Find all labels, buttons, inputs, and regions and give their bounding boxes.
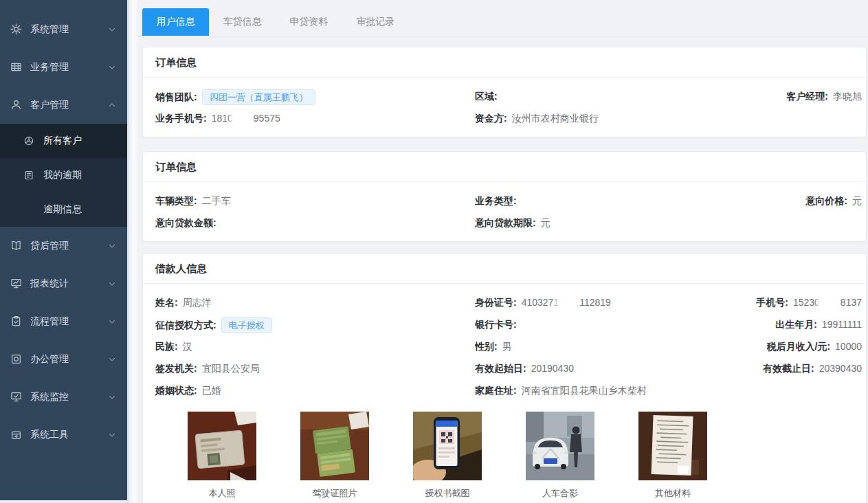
field-row: 车辆类型二手车业务类型意向价格元: [155, 190, 862, 212]
photo-caption: 其他材料: [638, 487, 707, 500]
card-borrower-info: 借款人信息 姓名周志洋身份证号4103271112819手机号152308137…: [142, 253, 867, 503]
user-icon: [10, 99, 22, 111]
sidebar-item-label: 我的逾期: [43, 169, 82, 181]
blur-mask: [559, 297, 579, 307]
chevron-down-icon: [108, 431, 116, 439]
sidebar-item-label: 报表统计: [30, 278, 108, 290]
field-value: 汝州市农村商业银行: [512, 113, 599, 124]
field-label: 签发机关: [155, 363, 202, 374]
field-value: 19911111: [822, 319, 862, 330]
field-label: 意向价格: [805, 195, 852, 206]
monitor-icon: [10, 391, 22, 403]
person-car-photo[interactable]: 人车合影: [526, 412, 594, 500]
chevron-down-icon: [108, 393, 116, 401]
field-row: 销售团队四团一营（直属王鹏飞）区域客户经理李晓旭: [155, 86, 862, 108]
sidebar-item-business-mgmt[interactable]: 业务管理: [0, 48, 127, 86]
authorization-screenshot[interactable]: 授权书截图: [413, 412, 482, 500]
chevron-down-icon: [108, 63, 116, 71]
card-body: 姓名周志洋身份证号4103271112819手机号152308137征信授权方式…: [143, 284, 866, 503]
field-value: 元: [541, 217, 550, 228]
tab-bar: 用户信息车贷信息申贷资料审批记录: [137, 0, 868, 36]
sidebar-item-label: 客户管理: [30, 99, 108, 111]
tab-approval-records[interactable]: 审批记录: [342, 8, 409, 36]
field-ethnicity: 民族汉: [155, 341, 475, 353]
field-row: 业务手机号181095575资金方汝州市农村商业银行: [155, 108, 862, 130]
photo-thumbnail[interactable]: [300, 412, 369, 480]
chevron-down-icon: [108, 280, 116, 288]
tab-loan-application-docs[interactable]: 申贷资料: [276, 8, 342, 36]
field-row: 民族汉性别男税后月收入/元10000: [155, 336, 862, 358]
photo-caption: 授权书截图: [413, 487, 482, 500]
field-region: 区域: [475, 91, 786, 103]
field-gender: 性别男: [475, 341, 767, 353]
square-circle-icon: [10, 353, 22, 366]
field-value: 4103271112819: [522, 297, 611, 308]
card-order-info-1: 订单信息 销售团队四团一营（直属王鹏飞）区域客户经理李晓旭业务手机号181095…: [142, 47, 867, 137]
photo-thumbnail[interactable]: [638, 412, 707, 480]
field-monthly-income: 税后月收入/元10000: [767, 341, 863, 353]
other-material-photo[interactable]: 其他材料: [638, 412, 707, 500]
field-row: 签发机关宜阳县公安局有效起始日20190430有效截止日20390430: [155, 358, 862, 380]
field-birth-date: 出生年月19911111: [775, 319, 862, 331]
field-label: 客户经理: [786, 91, 833, 102]
chevron-down-icon: [108, 242, 116, 250]
field-mobile: 手机号152308137: [756, 297, 862, 309]
sidebar-item-all-customers[interactable]: 所有客户: [0, 124, 127, 158]
sidebar-item-my-overdue[interactable]: 我的逾期: [0, 158, 127, 192]
field-label: 意向贷款期限: [475, 217, 541, 228]
field-label: 销售团队: [155, 91, 202, 102]
field-value: 10000: [835, 341, 862, 352]
field-name: 姓名周志洋: [155, 297, 475, 309]
chevron-down-icon: [108, 25, 116, 34]
photo-thumbnail[interactable]: [413, 412, 482, 480]
wheel-icon: [23, 135, 34, 147]
photo-thumbnail[interactable]: [188, 412, 256, 480]
sidebar-item-report-stats[interactable]: 报表统计: [0, 265, 127, 302]
field-id-number: 身份证号4103271112819: [475, 297, 756, 309]
tag-value: 四团一营（直属王鹏飞）: [202, 89, 315, 105]
card-title: 借款人信息: [143, 254, 866, 284]
drivers-license-photo[interactable]: 驾驶证照片: [300, 412, 369, 500]
field-label: 身份证号: [475, 297, 522, 308]
field-value: 李晓旭: [833, 91, 862, 102]
sidebar-item-office-mgmt[interactable]: 办公管理: [0, 340, 127, 378]
field-intent-loan-amount: 意向贷款金额: [155, 217, 475, 230]
sidebar-item-system-mgmt[interactable]: 系统管理: [0, 10, 127, 48]
field-marital-status: 婚姻状态已婚: [155, 385, 475, 397]
tab-car-loan-info[interactable]: 车贷信息: [209, 8, 276, 36]
tab-user-info[interactable]: 用户信息: [142, 8, 209, 36]
sidebar-item-process-mgmt[interactable]: 流程管理: [0, 302, 127, 340]
photo-thumbnail[interactable]: [526, 412, 594, 480]
main-content: 用户信息车贷信息申贷资料审批记录 订单信息 销售团队四团一营（直属王鹏飞）区域客…: [127, 0, 868, 503]
id-card-photo[interactable]: 本人照: [188, 412, 256, 500]
field-value: 元: [852, 195, 862, 206]
sidebar-item-customer-mgmt[interactable]: 客户管理: [0, 86, 127, 124]
photo-caption: 本人照: [188, 487, 256, 500]
sidebar-item-system-tools[interactable]: 系统工具: [0, 416, 127, 454]
clipboard-icon: [10, 315, 22, 328]
field-value: 河南省宜阳县花果山乡木柴村: [522, 385, 647, 396]
blur-mask: [820, 297, 841, 307]
field-value: 181095575: [212, 113, 280, 124]
field-intent-price: 意向价格元: [805, 195, 862, 208]
sidebar-item-post-loan-mgmt[interactable]: 贷后管理: [0, 227, 127, 265]
field-label: 银行卡号: [475, 319, 522, 330]
field-label: 业务手机号: [155, 113, 212, 124]
sidebar-submenu: 所有客户 我的逾期 逾期信息: [0, 124, 127, 227]
sidebar-menu: 系统管理 业务管理 客户管理 所有客户 我的逾期 逾期信息 贷后管理 报表统计: [0, 0, 127, 454]
field-label: 业务类型: [475, 195, 522, 206]
content-main: 用户信息车贷信息申贷资料审批记录 订单信息 销售团队四团一营（直属王鹏飞）区域客…: [137, 0, 868, 503]
card-title: 订单信息: [143, 47, 866, 78]
card-title: 订单信息: [143, 152, 866, 182]
book-icon: [10, 240, 22, 252]
field-home-address: 家庭住址河南省宜阳县花果山乡木柴村: [475, 385, 862, 397]
field-valid-to: 有效截止日20390430: [763, 363, 862, 375]
sidebar-item-overdue-info[interactable]: 逾期信息: [0, 192, 127, 227]
sidebar-item-system-monitor[interactable]: 系统监控: [0, 378, 127, 416]
field-business-phone: 业务手机号181095575: [155, 113, 475, 125]
field-label: 区域: [475, 91, 502, 102]
field-business-type: 业务类型: [475, 195, 805, 208]
photo-caption: 驾驶证照片: [300, 487, 369, 500]
chevron-down-icon: [108, 355, 116, 364]
cards-container: 订单信息 销售团队四团一营（直属王鹏飞）区域客户经理李晓旭业务手机号181095…: [137, 47, 868, 503]
